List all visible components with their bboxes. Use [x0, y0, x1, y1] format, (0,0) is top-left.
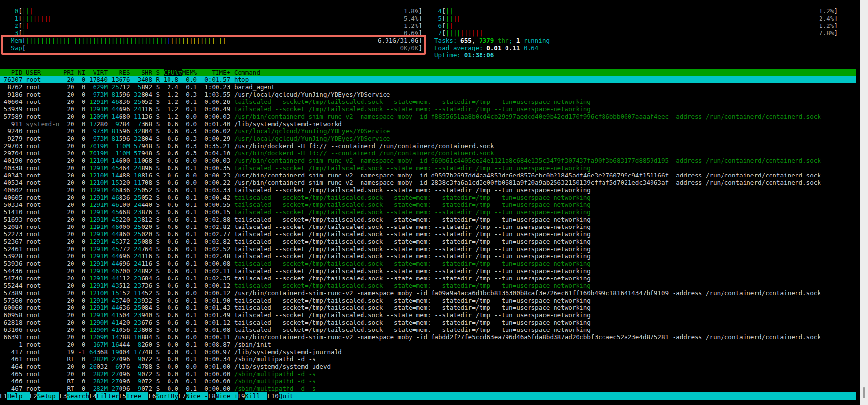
- tasks-line: Tasks: 655, 7379 thr; 1 running: [434, 37, 856, 44]
- fkey-F8: F8: [208, 392, 216, 400]
- cpu-meter-4: 4[||1.2%]: [434, 7, 838, 15]
- process-row-pid-55244[interactable]: 55244 root 20 0 1291M 43512 23736 S 0.6 …: [0, 282, 856, 289]
- fkey-F10: F10: [267, 392, 279, 400]
- memory-meter: Mem[||||||||||||||||||||||||||||||||||||…: [11, 37, 422, 44]
- fbar-item-nice-[interactable]: Nice -: [186, 392, 208, 400]
- swap-meter: Swp[0K/0K]: [11, 44, 422, 51]
- process-row-pid-52461[interactable]: 52461 root 20 0 1291M 45772 24764 S 0.6 …: [0, 245, 856, 253]
- fkey-F2: F2: [30, 392, 37, 400]
- column-header-mem[interactable]: MEM%: [182, 69, 197, 76]
- column-header-cpu[interactable]: CPU%: [164, 69, 178, 76]
- process-row-pid-54436[interactable]: 54436 root 20 0 1291M 46200 24892 S 0.6 …: [0, 267, 856, 275]
- process-row-pid-53939[interactable]: 53939 root 20 0 1291M 44696 24116 S 1.2 …: [0, 105, 856, 113]
- process-row-pid-76307[interactable]: 76307 root 20 0 17840 13676 3408 R 10.8 …: [0, 76, 856, 83]
- fbar-item-filter[interactable]: Filter: [96, 392, 119, 400]
- process-row-pid-40604[interactable]: 40604 root 20 0 1291M 46836 25052 S 1.2 …: [0, 98, 856, 105]
- cpu-meter-7: 7[||||||||||7.8%]: [434, 29, 838, 37]
- process-row-pid-29703[interactable]: 29703 root 20 0 7019M 110M 57948 S 0.6 0…: [0, 142, 856, 150]
- function-key-bar: F1Help F2Setup F3SearchF4FilterF5Tree F6…: [0, 392, 856, 400]
- process-row-pid-63106[interactable]: 63106 root 20 0 1290M 41056 23808 S 0.6 …: [0, 326, 856, 333]
- process-row-pid-9186[interactable]: 9186 root 20 0 973M 81596 32804 S 1.2 0.…: [0, 91, 856, 98]
- cpu-meter-6: 6[||1.2%]: [434, 22, 838, 29]
- fkey-F4: F4: [89, 392, 96, 400]
- process-row-pid-9240[interactable]: 9240 root 20 0 973M 81596 32804 S 0.6 0.…: [0, 127, 856, 135]
- fbar-filler: [301, 392, 856, 400]
- column-header-command[interactable]: Command: [234, 69, 260, 76]
- column-header-virt[interactable]: VIRT: [89, 69, 108, 76]
- htop-terminal-screen: 0[|||1.8%] 1[||||||||5.4%] 2[||1.2%] 3[|…: [0, 0, 860, 405]
- process-row-pid-60060[interactable]: 60060 root 20 0 1291M 44636 25084 S 0.6 …: [0, 304, 856, 311]
- fbar-item-nice-[interactable]: Nice +: [216, 392, 238, 400]
- process-row-pid-40605[interactable]: 40605 root 20 0 1291M 46836 25052 S 0.6 …: [0, 194, 856, 201]
- process-row-pid-57560[interactable]: 57560 root 20 0 1291M 43740 23932 S 0.6 …: [0, 297, 856, 304]
- fkey-F6: F6: [148, 392, 156, 400]
- process-row-pid-464[interactable]: 464 root 20 0 26032 6976 4788 S 0.0 0.0 …: [0, 363, 856, 370]
- process-row-pid-467[interactable]: 467 root RT 0 282M 27096 9072 S 0.0 0.1 …: [0, 385, 856, 392]
- process-row-pid-51693[interactable]: 51693 root 20 0 1291M 45220 23812 S 0.6 …: [0, 216, 856, 223]
- fbar-item-search[interactable]: Search: [67, 392, 90, 400]
- column-header-pid[interactable]: PID: [0, 69, 23, 76]
- load-average-line: Load average: 0.01 0.11 0.64: [434, 44, 856, 51]
- cpu-meter-5: 5[||||2.4%]: [434, 15, 838, 22]
- process-row-pid-417[interactable]: 417 root 19 -1 64368 19004 17748 S 0.0 0…: [0, 348, 856, 355]
- cpu-mem-meters-left: 0[|||1.8%] 1[||||||||5.4%] 2[||1.2%] 3[|…: [11, 7, 422, 51]
- process-row-pid-57389[interactable]: 57389 root 20 0 1210M 15152 11452 S 0.6 …: [0, 289, 856, 297]
- fbar-item-tree[interactable]: Tree: [126, 392, 149, 400]
- fbar-item-kill[interactable]: Kill: [245, 392, 268, 400]
- process-row-pid-53928[interactable]: 53928 root 20 0 1291M 44696 24116 S 0.6 …: [0, 253, 856, 260]
- column-header-user[interactable]: USER: [26, 69, 59, 76]
- column-header-time[interactable]: TIME+: [201, 69, 231, 76]
- process-row-pid-466[interactable]: 466 root RT 0 282M 27096 9072 S 0.0 0.1 …: [0, 378, 856, 385]
- process-row-pid-40343[interactable]: 40343 root 20 0 1210M 14488 10816 S 0.6 …: [0, 172, 856, 179]
- uptime-line: Uptime: 01:38:06: [434, 51, 856, 59]
- fbar-item-sortby[interactable]: SortBy: [156, 392, 179, 400]
- process-row-pid-51410[interactable]: 51410 root 20 0 1291M 45668 23876 S 0.6 …: [0, 208, 856, 216]
- process-row-pid-8762[interactable]: 8762 root 20 0 629M 25712 5892 S 2.4 0.1…: [0, 83, 856, 91]
- column-header-ni[interactable]: NI: [78, 69, 85, 76]
- process-row-pid-461[interactable]: 461 root RT 0 282M 27096 9072 S 0.0 0.1 …: [0, 355, 856, 363]
- process-row-pid-62818[interactable]: 62818 root 20 0 1290M 41420 23676 S 0.6 …: [0, 319, 856, 326]
- process-row-pid-9279[interactable]: 9279 root 20 0 973M 81596 32804 S 0.6 0.…: [0, 135, 856, 142]
- column-header-res[interactable]: RES: [112, 69, 130, 76]
- process-row-pid-52273[interactable]: 52273 root 20 0 1291M 44860 25020 S 0.6 …: [0, 230, 856, 238]
- fkey-F9: F9: [238, 392, 245, 400]
- process-row-pid-40602[interactable]: 40602 root 20 0 1291M 46836 25052 S 0.6 …: [0, 186, 856, 194]
- cpu-meter-0: 0[|||1.8%]: [11, 7, 422, 15]
- cpu-meter-2: 2[||1.2%]: [11, 22, 422, 29]
- process-row-pid-40190[interactable]: 40190 root 20 0 1210M 14600 11068 S 0.6 …: [0, 157, 856, 164]
- cpu-meter-1: 1[||||||||5.4%]: [11, 15, 422, 22]
- process-row-pid-40534[interactable]: 40534 root 20 0 1210M 15320 11708 S 0.6 …: [0, 179, 856, 186]
- process-row-pid-57589[interactable]: 57589 root 20 0 1209M 14680 11136 S 1.2 …: [0, 113, 856, 120]
- process-row-pid-29704[interactable]: 29704 root 20 0 7019M 110M 57948 S 0.6 0…: [0, 150, 856, 157]
- process-table: PID USER PRI NI VIRT RES SHR S CPU%▽MEM%…: [0, 69, 856, 392]
- table-header: PID USER PRI NI VIRT RES SHR S CPU%▽MEM%…: [0, 69, 856, 76]
- process-row-pid-50334[interactable]: 50334 root 20 0 1291M 46100 24440 S 0.6 …: [0, 201, 856, 208]
- process-row-pid-911[interactable]: 911 systemd-n 20 0 17280 9284 7368 S 0.6…: [0, 120, 856, 127]
- fkey-F1: F1: [0, 392, 7, 400]
- process-row-pid-54740[interactable]: 54740 root 20 0 1291M 44112 23684 S 0.6 …: [0, 275, 856, 282]
- cpu-meters-right: 4[||1.2%] 5[||||2.4%] 6[||1.2%] 7[||||||…: [434, 7, 838, 37]
- fbar-item-help[interactable]: Help: [7, 392, 30, 400]
- scrollbar[interactable]: [860, 0, 868, 405]
- column-header-shr[interactable]: SHR: [134, 69, 152, 76]
- column-header-pri[interactable]: PRI: [63, 69, 74, 76]
- cpu-meter-3: 3[|0.6%]: [11, 29, 422, 37]
- fkey-F5: F5: [119, 392, 126, 400]
- process-row-pid-465[interactable]: 465 root 20 0 282M 27096 9072 S 0.0 0.1 …: [0, 370, 856, 378]
- process-row-pid-52367[interactable]: 52367 root 20 0 1291M 45372 25088 S 0.6 …: [0, 238, 856, 245]
- fkey-F3: F3: [59, 392, 67, 400]
- scrollbar-thumb[interactable]: [863, 387, 865, 398]
- fkey-F7: F7: [178, 392, 186, 400]
- process-row-pid-1[interactable]: 1 root 20 0 167M 16444 8260 S 0.0 0.1 0:…: [0, 341, 856, 348]
- process-row-pid-60958[interactable]: 60958 root 20 0 1291M 41504 23940 S 0.6 …: [0, 311, 856, 319]
- tasks-load-uptime-block: Tasks: 655, 7379 thr; 1 runningLoad aver…: [434, 37, 856, 59]
- process-row-pid-52084[interactable]: 52084 root 20 0 1291M 46000 25020 S 0.6 …: [0, 223, 856, 230]
- sort-arrow-icon: ▽: [178, 69, 182, 76]
- fbar-item-setup[interactable]: Setup: [37, 392, 60, 400]
- process-row-pid-66391[interactable]: 66391 root 20 0 1209M 14288 10884 S 0.6 …: [0, 333, 856, 341]
- process-row-pid-53936[interactable]: 53936 root 20 0 1291M 44696 24116 S 0.6 …: [0, 260, 856, 267]
- process-row-pid-40338[interactable]: 40338 root 20 0 1291M 45464 24896 S 0.6 …: [0, 164, 856, 172]
- fbar-item-quit[interactable]: Quit: [279, 392, 301, 400]
